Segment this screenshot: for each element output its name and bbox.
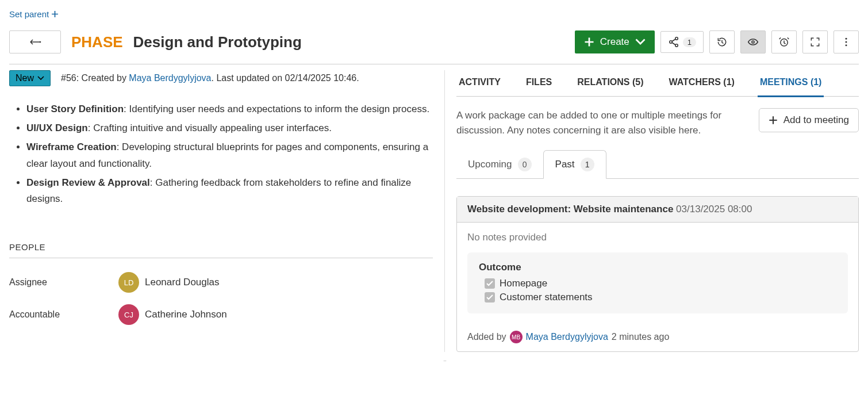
meetings-top: A work package can be added to one or mu…	[456, 108, 859, 137]
plus-icon	[584, 37, 594, 47]
added-by-prefix: Added by	[467, 332, 506, 342]
description-item: Design Review & Approval: Gathering feed…	[26, 175, 433, 208]
avatar: LD	[118, 272, 139, 293]
kebab-icon	[840, 36, 852, 48]
description-item-bold: UI/UX Design	[26, 122, 88, 133]
outcome-item: Homepage	[479, 277, 836, 290]
meeting-card-header[interactable]: Website development: Website maintenance…	[457, 197, 858, 223]
subtab-past-count: 1	[581, 158, 594, 171]
phase-type-label: PHASE	[71, 33, 123, 51]
back-arrow-icon	[28, 37, 42, 47]
page-title[interactable]: Design and Prototyping	[133, 33, 302, 51]
description-item: Wireframe Creation: Developing structura…	[26, 139, 433, 173]
back-button[interactable]	[9, 30, 61, 53]
description-item: UI/UX Design: Crafting intuitive and vis…	[26, 120, 433, 137]
meeting-card-body: No notes provided Outcome Homepage Custo…	[457, 223, 858, 323]
status-dropdown[interactable]: New	[9, 70, 51, 86]
set-parent-label: Set parent	[9, 9, 49, 19]
more-button[interactable]	[834, 30, 859, 53]
meeting-added-by: Added by MB Maya Berdygylyjova 2 minutes…	[457, 323, 858, 351]
main-columns: New #56: Created by Maya Berdygylyjova. …	[9, 70, 859, 352]
assignee-name[interactable]: Leonard Douglas	[145, 277, 219, 288]
outcome-item-label: Homepage	[500, 278, 547, 289]
outcome-item: Customer statements	[479, 290, 836, 304]
timer-button[interactable]	[771, 30, 797, 53]
svg-point-0	[40, 41, 41, 43]
description-item-text: : Crafting intuitive and visually appeal…	[88, 122, 332, 133]
meeting-title: Website development: Website maintenance	[467, 204, 673, 215]
meeting-date: 03/13/2025 08:00	[676, 204, 752, 215]
svg-point-6	[846, 38, 847, 40]
tab-meetings[interactable]: MEETINGS (1)	[758, 70, 824, 97]
subtab-upcoming-count: 0	[518, 158, 532, 171]
updated-at: 02/14/2025 10:46	[285, 73, 357, 83]
alarm-icon	[778, 36, 790, 48]
svg-point-1	[670, 41, 672, 43]
added-by-when: 2 minutes ago	[612, 332, 670, 342]
left-column: New #56: Created by Maya Berdygylyjova. …	[9, 70, 445, 352]
divider	[9, 64, 859, 64]
svg-point-7	[846, 41, 847, 43]
avatar: CJ	[118, 304, 139, 325]
tab-relations[interactable]: RELATIONS (5)	[575, 70, 646, 96]
assignee-label: Assignee	[9, 277, 118, 288]
accountable-row: Accountable CJ Catherine Johnson	[9, 298, 433, 331]
subtab-upcoming[interactable]: Upcoming 0	[456, 150, 543, 178]
added-by-link[interactable]: Maya Berdygylyjova	[526, 332, 608, 342]
set-parent-link[interactable]: Set parent	[9, 9, 59, 19]
resize-handle[interactable]	[443, 361, 447, 361]
history-icon	[716, 36, 728, 48]
share-button[interactable]: 1	[660, 31, 704, 53]
tab-activity[interactable]: ACTIVITY	[456, 70, 503, 96]
svg-point-8	[846, 44, 847, 46]
outcome-heading: Outcome	[479, 262, 836, 273]
chevron-down-icon	[635, 37, 646, 47]
add-to-meeting-button[interactable]: Add to meeting	[759, 108, 859, 132]
meta-row: New #56: Created by Maya Berdygylyjova. …	[9, 70, 433, 86]
header-right: Create 1	[575, 30, 859, 53]
svg-point-4	[752, 41, 754, 43]
checkbox-icon	[485, 278, 495, 289]
subtab-past[interactable]: Past 1	[543, 150, 606, 179]
outcome-box: Outcome Homepage Customer statements	[467, 252, 848, 313]
description-item: User Story Definition: Identifying user …	[26, 101, 433, 118]
checkbox-icon	[485, 292, 495, 303]
plus-icon	[769, 116, 778, 125]
description-item-bold: User Story Definition	[26, 104, 124, 114]
meeting-no-notes: No notes provided	[467, 232, 848, 243]
created-by-prefix: Created by	[82, 73, 126, 83]
author-link[interactable]: Maya Berdygylyjova	[129, 73, 211, 83]
people-heading: PEOPLE	[9, 242, 433, 258]
avatar: MB	[510, 331, 523, 343]
meetings-description: A work package can be added to one or mu…	[456, 108, 747, 137]
description-item-bold: Design Review & Approval	[26, 177, 150, 188]
assignee-row: Assignee LD Leonard Douglas	[9, 266, 433, 298]
share-icon	[668, 36, 679, 48]
expand-icon	[809, 36, 821, 48]
header-row: PHASE Design and Prototyping Create 1	[9, 30, 859, 53]
tab-watchers[interactable]: WATCHERS (1)	[667, 70, 737, 96]
tabs: ACTIVITY FILES RELATIONS (5) WATCHERS (1…	[456, 70, 859, 97]
status-label: New	[16, 73, 34, 83]
description-list: User Story Definition: Identifying user …	[26, 101, 433, 208]
tab-files[interactable]: FILES	[524, 70, 554, 96]
meta-text: #56: Created by Maya Berdygylyjova. Last…	[61, 73, 359, 83]
meetings-sub-tabs: Upcoming 0 Past 1	[456, 150, 859, 179]
accountable-label: Accountable	[9, 309, 118, 320]
plus-icon	[51, 10, 59, 18]
create-button[interactable]: Create	[575, 30, 655, 53]
history-button[interactable]	[709, 30, 735, 53]
eye-icon	[747, 36, 759, 48]
chevron-down-icon	[37, 75, 44, 82]
meeting-card: Website development: Website maintenance…	[456, 196, 859, 352]
watch-button[interactable]	[740, 30, 766, 53]
description-item-text: : Identifying user needs and expectation…	[124, 104, 429, 114]
fullscreen-button[interactable]	[802, 30, 828, 53]
description-item-bold: Wireframe Creation	[26, 141, 117, 152]
add-to-meeting-label: Add to meeting	[783, 114, 849, 126]
svg-point-2	[675, 37, 678, 40]
accountable-name[interactable]: Catherine Johnson	[145, 309, 227, 320]
updated-prefix: Last updated on	[216, 73, 282, 83]
svg-point-3	[675, 44, 678, 47]
subtab-past-label: Past	[555, 159, 575, 170]
